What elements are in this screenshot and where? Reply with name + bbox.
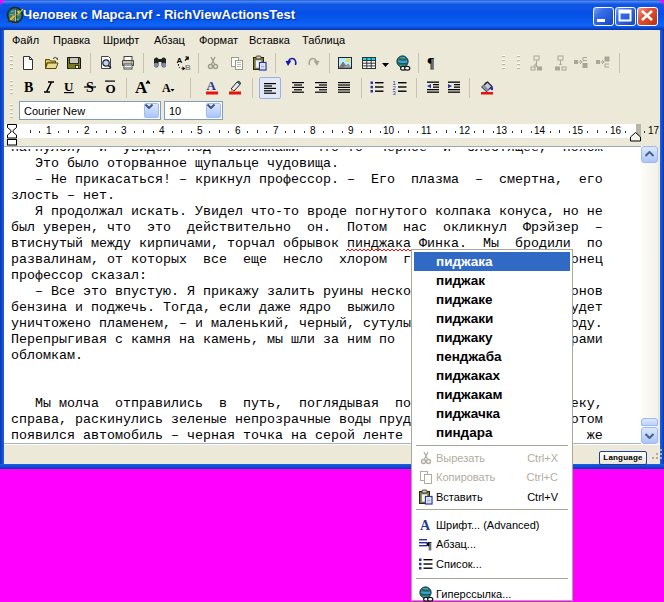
svg-text:A: A: [135, 79, 148, 95]
svg-text:B: B: [185, 63, 191, 71]
svg-text:B: B: [24, 80, 33, 95]
svg-text:3: 3: [393, 90, 397, 95]
svg-text:U: U: [64, 79, 74, 94]
svg-text:A: A: [177, 56, 183, 65]
svg-text:A: A: [162, 81, 171, 95]
svg-text:¶: ¶: [427, 56, 435, 71]
svg-text:A: A: [207, 79, 217, 93]
svg-text:A: A: [420, 518, 431, 533]
svg-text:O: O: [106, 81, 116, 95]
svg-text:¶: ¶: [426, 539, 432, 551]
